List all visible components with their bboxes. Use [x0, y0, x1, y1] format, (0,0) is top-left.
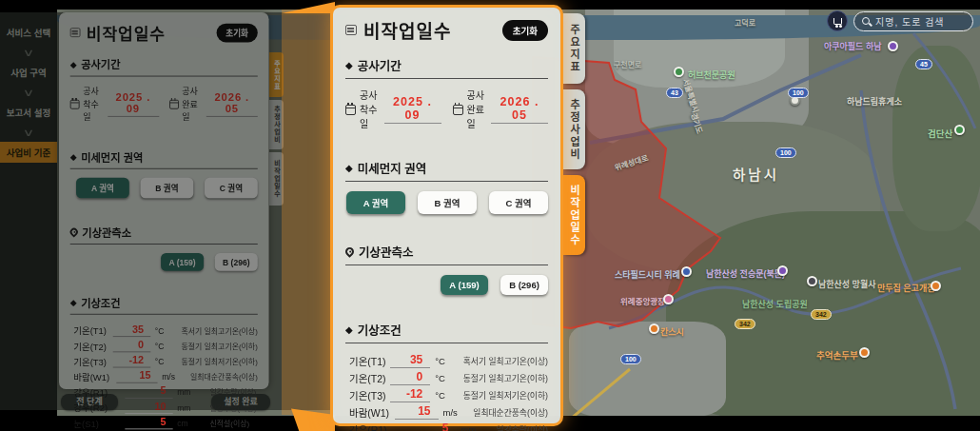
highlight-beam	[282, 10, 331, 415]
weather-value-input[interactable]: 0	[390, 370, 430, 385]
map-search-input[interactable]: 지명, 도로 검색	[853, 11, 973, 31]
diamond-icon: ◆	[345, 60, 353, 70]
poi-icon	[663, 294, 674, 304]
weather-value-input[interactable]: 5	[125, 416, 172, 429]
station-b-button[interactable]: B (296)	[500, 275, 548, 295]
weather-label: 기온(T2)	[345, 371, 390, 385]
search-icon	[862, 17, 870, 25]
map-city-label: 하남시	[733, 164, 779, 184]
weather-desc: 혹서기 일최고기온(이상)	[463, 355, 548, 367]
map-road-label: 고덕로	[735, 17, 755, 28]
side-tab-key-indicators[interactable]: 주요지표	[563, 13, 585, 84]
map-poi-label: 스타필드시티 위례	[615, 268, 680, 281]
map-poi-label: 칸스시	[660, 325, 684, 338]
route-shield: 100	[775, 147, 796, 158]
section-heading: 공사기간	[358, 56, 402, 74]
calendar-icon	[453, 105, 463, 115]
panel-icon	[345, 25, 357, 35]
weather-desc: 동절기 일최고기온(이하)	[463, 372, 548, 384]
end-date-label: 공사완료일	[467, 88, 488, 130]
map-poi-label: 추억손두부	[816, 348, 858, 362]
weather-unit: m/s	[443, 407, 466, 418]
zone-b-button[interactable]: B 권역	[418, 191, 477, 214]
calendar-icon	[345, 105, 356, 115]
weather-label: 강우(R1)	[345, 422, 404, 431]
map-poi-label: 위례중앙광장	[620, 295, 665, 306]
weather-unit: °C	[435, 390, 455, 401]
map-poi-label: 만두집 은고개점	[877, 282, 934, 294]
section-heading: 기상조건	[358, 321, 402, 339]
map-poi-label: 아쿠아필드 하남	[824, 40, 881, 52]
route-shield: 43	[666, 88, 683, 98]
weather-desc: 신적설(이상)	[209, 417, 249, 428]
search-placeholder: 지명, 도로 검색	[875, 14, 945, 29]
start-date-value[interactable]: 2025 . 09	[384, 95, 441, 124]
poi-icon	[807, 276, 817, 286]
weather-desc: 일강수량(이상)	[497, 423, 548, 431]
poi-icon	[888, 41, 898, 51]
map-cart-button[interactable]	[827, 10, 848, 31]
route-shield: 100	[620, 354, 641, 364]
weather-label: 기온(T1)	[345, 354, 390, 368]
weather-unit: °C	[435, 373, 455, 383]
weather-value-input[interactable]: 5	[404, 421, 456, 431]
station-a-button[interactable]: A (159)	[441, 275, 488, 295]
weather-unit: cm	[177, 418, 203, 427]
weather-unit: °C	[435, 356, 455, 366]
highlighted-panel: 비작업일수 초기화 ◆공사기간 공사착수일2025 . 09 공사완료일2026…	[330, 5, 563, 426]
weather-value-input[interactable]: -12	[390, 387, 430, 402]
diamond-icon: ◆	[345, 324, 353, 335]
side-tab-estimated-cost[interactable]: 추정사업비	[563, 89, 585, 169]
poi-icon	[931, 281, 941, 291]
poi-icon	[859, 347, 870, 358]
cart-icon	[833, 18, 842, 25]
section-heading: 기상관측소	[359, 243, 414, 261]
weather-desc: 동절기 일최저기온(이하)	[463, 389, 548, 402]
map-poi-label: 남한산성 망월사	[818, 278, 875, 290]
weather-unit: mm	[461, 424, 489, 431]
pin-icon	[343, 245, 356, 258]
poi-icon	[954, 125, 965, 135]
route-shield: 45	[915, 59, 932, 69]
weather-value-input[interactable]: 35	[390, 353, 430, 368]
poi-icon	[681, 266, 692, 277]
weather-label: 바람(W1)	[345, 405, 395, 420]
map-road-label: 구천면로	[614, 59, 641, 69]
weather-value-input[interactable]: 15	[395, 404, 439, 420]
map-poi-label: 하남드림휴게소	[847, 95, 902, 108]
weather-label: 눈(S1)	[70, 416, 126, 429]
app-screenshot: 하남시 아쿠아필드 하남 허브천문공원 하남드림휴게소 검단산 남한산성 전승문…	[0, 0, 980, 431]
weather-desc: 일최대순간풍속(이상)	[473, 406, 548, 419]
section-heading: 미세먼지 권역	[358, 159, 426, 177]
poi-icon	[674, 67, 684, 77]
map-park-label: 남한산성 도립공원	[742, 298, 808, 310]
map-poi-label: 허브천문공원	[688, 69, 735, 81]
route-shield: 342	[735, 319, 755, 329]
zone-c-button[interactable]: C 권역	[489, 191, 548, 214]
diamond-icon: ◆	[345, 163, 353, 173]
route-shield: 342	[811, 309, 832, 320]
map-poi-label: 남한산성 전승문(북문)	[706, 267, 785, 280]
side-tab-nonworking-days[interactable]: 비작업일수	[563, 175, 585, 255]
start-date-label: 공사착수일	[360, 88, 381, 130]
end-date-value[interactable]: 2026 . 05	[491, 95, 548, 124]
poi-icon	[649, 323, 659, 334]
weather-label: 기온(T3)	[345, 388, 390, 402]
reset-button[interactable]: 초기화	[502, 20, 548, 41]
poi-icon	[777, 265, 788, 276]
route-shield: 100	[788, 88, 809, 98]
map-poi-label: 검단산	[928, 127, 952, 140]
panel-title: 비작업일수	[363, 17, 496, 43]
dim-overlay	[0, 12, 330, 410]
zone-a-button[interactable]: A 권역	[346, 191, 405, 214]
